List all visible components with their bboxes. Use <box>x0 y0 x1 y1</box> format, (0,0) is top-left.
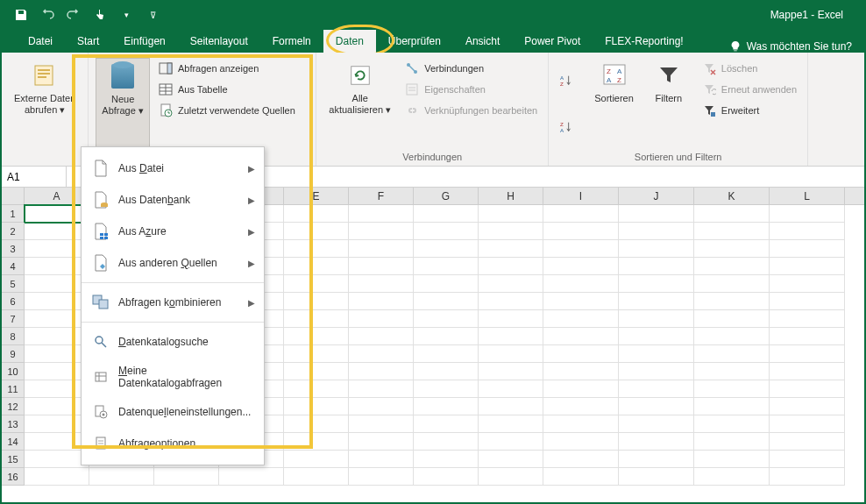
cell[interactable] <box>479 433 543 451</box>
cell[interactable] <box>25 433 89 451</box>
cell[interactable] <box>284 223 349 240</box>
cell[interactable] <box>414 363 479 380</box>
cell[interactable] <box>414 415 479 433</box>
col-header[interactable]: F <box>349 188 414 204</box>
cell[interactable] <box>414 451 479 468</box>
cell[interactable] <box>479 468 543 486</box>
cell[interactable] <box>479 258 543 275</box>
menu-aus-datenbank[interactable]: Aus Datenbank ▶ <box>82 184 264 216</box>
col-header[interactable]: E <box>284 188 349 204</box>
tab-daten[interactable]: Daten <box>323 30 376 53</box>
cell[interactable] <box>284 415 349 433</box>
cell[interactable] <box>219 468 284 486</box>
cell[interactable] <box>414 293 479 310</box>
cell[interactable] <box>284 205 349 223</box>
cell[interactable] <box>543 345 619 363</box>
cell[interactable] <box>284 451 349 468</box>
cell[interactable] <box>25 451 89 468</box>
tab-ueberpruefen[interactable]: Überprüfen <box>376 30 453 53</box>
cell[interactable] <box>349 345 414 363</box>
cell[interactable] <box>349 223 414 240</box>
cell[interactable] <box>694 293 770 310</box>
cell[interactable] <box>89 468 154 486</box>
cell[interactable] <box>619 345 694 363</box>
cell[interactable] <box>349 240 414 258</box>
cell[interactable] <box>770 433 845 451</box>
col-header[interactable]: G <box>414 188 479 204</box>
cell[interactable] <box>414 310 479 328</box>
cell[interactable] <box>694 398 770 415</box>
cell[interactable] <box>770 363 845 380</box>
cell[interactable] <box>414 240 479 258</box>
cell[interactable] <box>543 433 619 451</box>
col-header[interactable]: L <box>770 188 845 204</box>
cell[interactable] <box>25 415 89 433</box>
cell[interactable] <box>694 433 770 451</box>
qat-more-icon[interactable]: ⊽ <box>146 8 160 22</box>
cell[interactable] <box>414 398 479 415</box>
row-header[interactable]: 2 <box>2 223 25 240</box>
cell[interactable] <box>770 468 845 486</box>
neue-abfrage-button[interactable]: Neue Abfrage ▾ <box>96 58 150 159</box>
col-header[interactable]: I <box>543 188 619 204</box>
row-header[interactable]: 10 <box>2 363 25 380</box>
cell[interactable] <box>619 468 694 486</box>
select-all-corner[interactable] <box>2 188 25 204</box>
aus-tabelle-button[interactable]: Aus Tabelle <box>155 81 299 98</box>
cell[interactable] <box>349 468 414 486</box>
alle-aktualisieren-button[interactable]: Alle aktualisieren ▾ <box>323 58 396 148</box>
menu-meine-abfragen[interactable]: Meine Datenkatalogabfragen <box>82 358 264 396</box>
cell[interactable] <box>284 240 349 258</box>
cell[interactable] <box>770 328 845 345</box>
cell[interactable] <box>619 398 694 415</box>
cell[interactable] <box>543 223 619 240</box>
filtern-button[interactable]: Filtern <box>644 58 693 148</box>
cell[interactable] <box>619 240 694 258</box>
cell[interactable] <box>543 398 619 415</box>
cell[interactable] <box>543 275 619 293</box>
cell[interactable] <box>25 205 89 223</box>
cell[interactable] <box>694 258 770 275</box>
row-header[interactable]: 4 <box>2 258 25 275</box>
externe-daten-button[interactable]: Externe Daten abrufen ▾ <box>9 58 81 159</box>
cell[interactable] <box>770 398 845 415</box>
cell[interactable] <box>479 240 543 258</box>
cell[interactable] <box>770 415 845 433</box>
cell[interactable] <box>284 258 349 275</box>
cell[interactable] <box>25 398 89 415</box>
cell[interactable] <box>694 363 770 380</box>
cell[interactable] <box>25 293 89 310</box>
cell[interactable] <box>25 275 89 293</box>
cell[interactable] <box>414 205 479 223</box>
erweitert-button[interactable]: Erweitert <box>699 102 800 119</box>
cell[interactable] <box>284 345 349 363</box>
cell[interactable] <box>619 223 694 240</box>
cell[interactable] <box>25 240 89 258</box>
save-icon[interactable] <box>14 8 28 22</box>
redo-icon[interactable] <box>67 8 81 22</box>
cell[interactable] <box>479 398 543 415</box>
cell[interactable] <box>770 223 845 240</box>
row-header[interactable]: 16 <box>2 468 25 486</box>
cell[interactable] <box>694 380 770 398</box>
row-header[interactable]: 5 <box>2 275 25 293</box>
cell[interactable] <box>349 433 414 451</box>
tab-formeln[interactable]: Formeln <box>260 30 323 53</box>
col-header[interactable]: K <box>694 188 770 204</box>
cell[interactable] <box>154 468 219 486</box>
cell[interactable] <box>770 205 845 223</box>
row-header[interactable]: 1 <box>2 205 25 223</box>
cell[interactable] <box>619 328 694 345</box>
cell[interactable] <box>479 345 543 363</box>
cell[interactable] <box>694 328 770 345</box>
tab-datei[interactable]: Datei <box>16 30 65 53</box>
cell[interactable] <box>543 328 619 345</box>
row-header[interactable]: 14 <box>2 433 25 451</box>
col-header[interactable]: J <box>619 188 694 204</box>
name-box[interactable]: A1 <box>2 167 67 187</box>
cell[interactable] <box>770 451 845 468</box>
cell[interactable] <box>479 380 543 398</box>
cell[interactable] <box>619 310 694 328</box>
menu-katalogsuche[interactable]: Datenkatalogsuche <box>82 326 264 358</box>
row-header[interactable]: 3 <box>2 240 25 258</box>
